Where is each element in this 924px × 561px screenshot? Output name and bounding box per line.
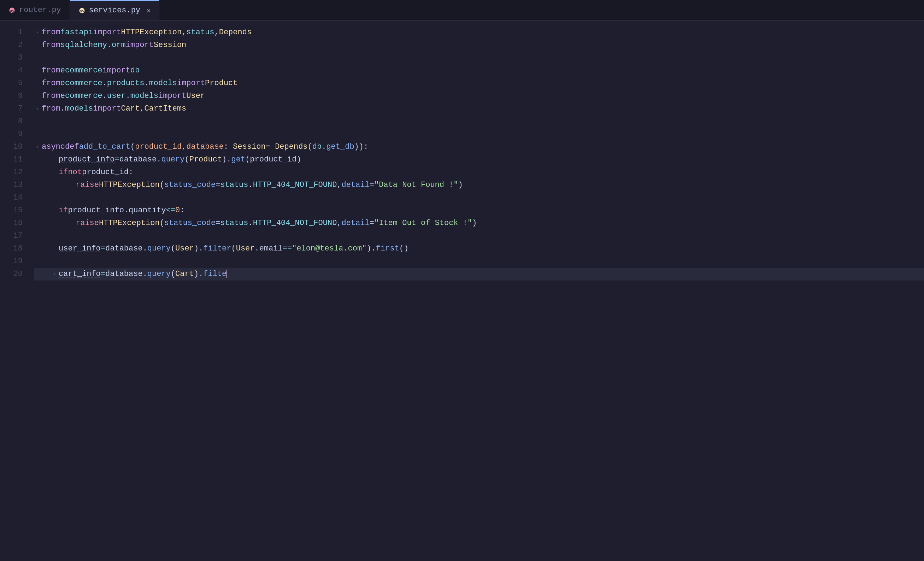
- module-user: user: [107, 90, 126, 102]
- kw-import-5: import: [177, 77, 205, 89]
- kw-def-10: def: [65, 141, 79, 153]
- module-sqlalchemy: sqlalchemy: [60, 39, 107, 51]
- line-num-16: 16: [6, 217, 22, 230]
- func-get-db: get_db: [326, 141, 354, 153]
- module-db: db: [130, 64, 140, 76]
- line-num-13: 13: [6, 179, 22, 192]
- module-status: status: [186, 26, 214, 39]
- kw-raise-13: raise: [76, 179, 99, 191]
- code-line-5: from ecommerce.products.models import Pr…: [34, 77, 924, 90]
- code-content[interactable]: ▾from fastapi import HTTPException, stat…: [28, 21, 924, 561]
- tab-services-py-close[interactable]: ✕: [147, 7, 150, 15]
- code-line-19: [34, 255, 924, 268]
- line-num-19: 19: [6, 255, 22, 268]
- module-ecommerce-1: ecommerce: [60, 64, 102, 76]
- services-py-icon: py: [78, 7, 86, 14]
- line-num-15: 15: [6, 204, 22, 217]
- var-email: email: [260, 242, 283, 255]
- module-models-3: models: [65, 102, 93, 115]
- fold-icon-7[interactable]: ▾: [34, 105, 41, 112]
- line-num-20: 20: [6, 268, 22, 280]
- kwarg-status-code-16: status_code: [164, 217, 216, 229]
- code-line-13: raise HTTPException(status_code=status.H…: [34, 179, 924, 192]
- fold-icon-1[interactable]: ▾: [34, 29, 41, 36]
- kw-not-12: not: [68, 166, 82, 178]
- module-db-getdb: db: [312, 141, 321, 153]
- kw-import-7: import: [93, 102, 121, 115]
- string-email: "elon@tesla.com": [292, 242, 366, 255]
- func-filte-partial: filte: [203, 268, 226, 280]
- code-line-20: ▾cart_info = database.query(Cart).filte: [34, 268, 924, 280]
- class-user: User: [186, 90, 205, 102]
- var-database-20: database: [105, 268, 143, 280]
- text-cursor: [226, 270, 227, 278]
- svg-text:py: py: [80, 9, 84, 14]
- module-fastapi: fastapi: [60, 26, 93, 39]
- module-models-2: models: [130, 90, 158, 102]
- kw-import-6: import: [158, 90, 186, 102]
- class-product-query: Product: [189, 153, 222, 166]
- router-py-icon: py: [9, 7, 15, 14]
- code-line-4: from ecommerce import db: [34, 64, 924, 77]
- kw-if-12: if: [58, 166, 68, 178]
- code-line-10: ▾async def add_to_cart(product_id, datab…: [34, 141, 924, 153]
- code-line-15: if product_info.quantity <= 0:: [34, 204, 924, 217]
- line-num-7: 7: [6, 102, 22, 115]
- line-num-6: 6: [6, 90, 22, 102]
- class-httpexception: HTTPException: [121, 26, 182, 39]
- code-line-18: user_info = database.query(User).filter(…: [34, 242, 924, 255]
- param-database: database: [186, 141, 224, 153]
- code-line-8: [34, 115, 924, 128]
- var-database-1: database: [119, 153, 157, 166]
- param-product-id: product_id: [135, 141, 182, 153]
- line-num-11: 11: [6, 153, 22, 166]
- line-numbers: 1 2 3 4 5 6 7 8 9 10 11 12 13 14 15 16 1…: [0, 21, 28, 561]
- string-out-of-stock: "Item Out of Stock !": [374, 217, 472, 229]
- func-first: first: [376, 242, 399, 255]
- var-user-info: user_info: [58, 242, 101, 255]
- module-status-16: status: [220, 217, 248, 229]
- class-depends-param: Depends: [275, 141, 308, 153]
- line-num-8: 8: [6, 115, 22, 128]
- line-num-14: 14: [6, 192, 22, 204]
- kw-from-4: from: [42, 64, 60, 76]
- kw-import-1: import: [93, 26, 121, 39]
- tab-services-py[interactable]: py services.py ✕: [70, 0, 159, 20]
- kwarg-status-code-13: status_code: [164, 179, 216, 191]
- line-num-4: 4: [6, 64, 22, 77]
- tab-router-py[interactable]: py router.py: [0, 0, 70, 20]
- class-session-param: Session: [233, 141, 266, 153]
- kw-from-1: from: [42, 26, 60, 39]
- module-products: products: [107, 77, 144, 89]
- kw-import-2: import: [126, 39, 154, 51]
- var-product-info: product_info: [58, 153, 114, 166]
- tab-services-py-label: services.py: [89, 6, 140, 15]
- kwarg-detail-16: detail: [342, 217, 370, 229]
- line-num-17: 17: [6, 230, 22, 242]
- code-line-12: if not product_id:: [34, 166, 924, 179]
- class-depends: Depends: [219, 26, 252, 39]
- var-database-18: database: [105, 242, 143, 255]
- string-data-not-found: "Data Not Found !": [374, 179, 458, 191]
- var-quantity: quantity: [129, 204, 166, 216]
- number-zero: 0: [175, 204, 180, 216]
- code-line-11: product_info = database.query(Product).g…: [34, 153, 924, 166]
- var-product-id-arg: product_id: [250, 153, 297, 166]
- fold-icon-20[interactable]: ▾: [51, 271, 58, 278]
- module-models-1: models: [149, 77, 177, 89]
- kwarg-detail-13: detail: [342, 179, 370, 191]
- tab-bar: py router.py py services.py ✕: [0, 0, 924, 21]
- class-httpexception-13: HTTPException: [99, 179, 160, 191]
- class-httpexception-16: HTTPException: [99, 217, 160, 229]
- var-product-info-qty: product_info: [68, 204, 124, 216]
- class-user-query: User: [175, 242, 194, 255]
- func-get: get: [231, 153, 246, 166]
- editor-container: py router.py py services.py ✕ 1 2 3 4 5 …: [0, 0, 924, 561]
- code-line-14: [34, 192, 924, 204]
- kw-import-4: import: [102, 64, 130, 76]
- module-ecommerce-2: ecommerce: [60, 77, 102, 89]
- code-area: 1 2 3 4 5 6 7 8 9 10 11 12 13 14 15 16 1…: [0, 21, 924, 561]
- class-cart: Cart: [121, 102, 140, 115]
- fold-icon-10[interactable]: ▾: [34, 143, 41, 150]
- line-num-2: 2: [6, 39, 22, 52]
